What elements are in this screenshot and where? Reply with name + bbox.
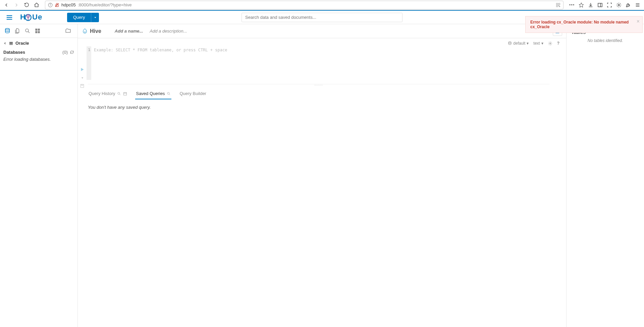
caret-down-icon (91, 13, 99, 22)
search-assist-icon[interactable] (23, 27, 32, 35)
caret-down-icon: ▾ (527, 41, 529, 46)
query-button-label: Query (67, 13, 91, 22)
editor-description-input[interactable]: Add a description... (150, 29, 187, 34)
svg-rect-9 (559, 6, 560, 7)
settings-icon[interactable] (548, 41, 552, 46)
browser-url-bar[interactable]: hdpc05:8000/hue/editor/?type=hive (45, 1, 564, 9)
code-placeholder: Example: SELECT * FROM tablename, or pre… (94, 48, 227, 52)
panel-separator[interactable] (88, 84, 549, 84)
query-dropdown-button[interactable]: Query (67, 13, 99, 22)
svg-point-43 (118, 92, 120, 94)
browser-forward-button[interactable] (12, 1, 21, 9)
search-icon[interactable] (117, 92, 121, 96)
main-layout: Oracle Databases (0) Error loading datab… (0, 24, 644, 327)
db-selector[interactable]: default ▾ (508, 41, 529, 46)
database-small-icon (508, 41, 512, 45)
insecure-icon (55, 3, 59, 7)
tab-label: Saved Queries (136, 91, 165, 96)
help-icon[interactable]: ? (557, 41, 559, 46)
editor-toolbar: default ▾ text ▾ ? (78, 38, 559, 46)
documents-icon[interactable] (64, 27, 72, 35)
right-panel-empty: No tables identified. (571, 38, 639, 43)
browser-download-button[interactable] (586, 1, 595, 9)
database-icon[interactable] (3, 27, 11, 35)
url-path: :8000/hue/editor/?type=hive (78, 2, 132, 7)
error-toast: Error loading cx_Oracle module: No modul… (525, 16, 643, 33)
run-button[interactable] (80, 67, 85, 72)
hive-icon (82, 28, 88, 34)
search-icon[interactable] (167, 92, 171, 96)
databases-label: Databases (3, 50, 25, 55)
svg-rect-30 (38, 29, 40, 31)
db-selector-label: default (513, 41, 525, 46)
run-caret-icon[interactable]: ▾ (82, 76, 83, 80)
calendar-icon[interactable] (123, 92, 127, 96)
browser-home-button[interactable] (32, 1, 41, 9)
svg-point-27 (25, 29, 29, 32)
assist-breadcrumb[interactable]: Oracle (0, 38, 77, 48)
svg-rect-31 (35, 31, 37, 33)
editor-engine-label: Hive (90, 28, 101, 34)
editor-panel: Hive Add a name... Add a description... … (78, 24, 566, 327)
svg-point-49 (167, 92, 169, 94)
error-message: Error loading cx_Oracle module: No modul… (530, 20, 629, 29)
hue-logo[interactable]: H U e (20, 13, 50, 22)
assist-source-label: Oracle (15, 41, 29, 46)
line-gutter: 1 (87, 46, 91, 80)
svg-rect-12 (598, 3, 602, 7)
code-textarea[interactable]: Example: SELECT * FROM tablename, or pre… (91, 46, 559, 80)
svg-marker-25 (94, 17, 96, 18)
qr-icon[interactable] (556, 3, 560, 7)
tab-query-history[interactable]: Query History (88, 89, 128, 99)
svg-text:e: e (38, 13, 42, 21)
svg-marker-40 (81, 68, 84, 71)
dashboard-icon[interactable] (34, 27, 42, 35)
svg-rect-35 (9, 44, 13, 45)
saved-queries-empty: You don't have any saved query. (78, 99, 559, 115)
close-icon[interactable]: × (637, 18, 640, 25)
svg-point-39 (550, 43, 551, 44)
browser-back-button[interactable] (2, 1, 11, 9)
svg-text:U: U (32, 13, 38, 21)
tab-label: Query Builder (179, 91, 206, 96)
svg-line-28 (28, 32, 30, 33)
svg-marker-10 (579, 3, 583, 7)
svg-rect-29 (35, 29, 37, 31)
svg-rect-5 (556, 3, 558, 4)
svg-rect-32 (38, 31, 40, 33)
browser-menu-button[interactable] (633, 1, 642, 9)
browser-reload-button[interactable] (22, 1, 31, 9)
tab-saved-queries[interactable]: Saved Queries (135, 89, 171, 99)
sql-editor: ▾ 1 Example: SELECT * FROM tablename, or… (78, 46, 559, 80)
browser-more-button[interactable]: ••• (568, 1, 576, 9)
url-host: hdpc05 (61, 2, 76, 7)
mode-selector[interactable]: text ▾ (533, 41, 543, 46)
browser-bookmark-button[interactable] (577, 1, 586, 9)
browser-devtools-button[interactable] (624, 1, 633, 9)
hamburger-button[interactable] (5, 13, 14, 22)
svg-rect-7 (556, 5, 558, 7)
svg-point-26 (5, 29, 9, 30)
result-tabs: Query History Saved Queries Query Build (78, 84, 559, 99)
left-assist-panel: Oracle Databases (0) Error loading datab… (0, 24, 78, 327)
drag-handle-icon (315, 84, 323, 85)
global-search-input[interactable] (241, 13, 402, 22)
editor-name-input[interactable]: Add a name... (115, 29, 143, 34)
browser-sidebar-button[interactable] (596, 1, 604, 9)
browser-screenshot-button[interactable] (605, 1, 614, 9)
databases-count: (0) (62, 50, 68, 55)
refresh-icon[interactable] (70, 50, 74, 54)
editor-engine-title[interactable]: Hive (82, 28, 101, 34)
databases-header: Databases (0) (0, 48, 77, 55)
browser-addons-button[interactable] (614, 1, 623, 9)
svg-rect-8 (558, 5, 559, 6)
files-icon[interactable] (13, 27, 21, 35)
svg-rect-6 (558, 3, 560, 4)
server-icon (9, 41, 13, 45)
svg-rect-45 (124, 92, 127, 95)
tab-query-builder[interactable]: Query Builder (179, 89, 207, 99)
svg-line-44 (120, 94, 121, 95)
browser-chrome: hdpc05:8000/hue/editor/?type=hive ••• (0, 0, 644, 10)
mode-selector-label: text (533, 41, 540, 46)
right-assist-panel: Tables No tables identified. (566, 24, 644, 327)
